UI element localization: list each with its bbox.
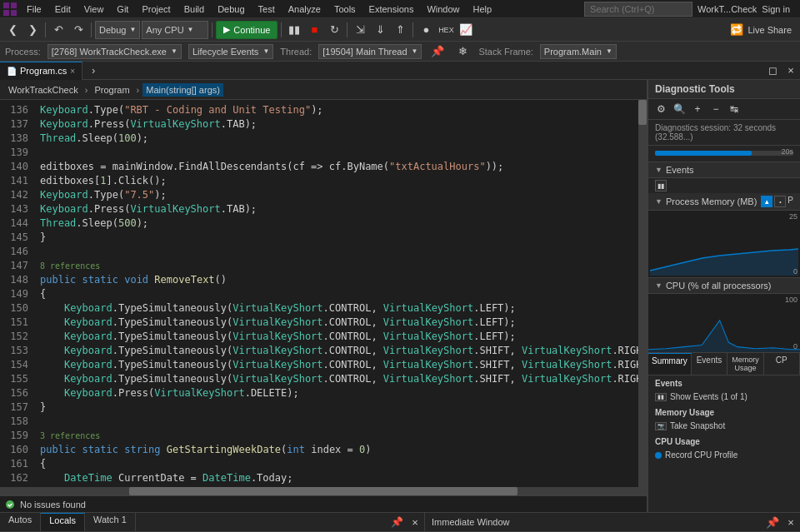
tab-watch1[interactable]: Watch 1 bbox=[85, 513, 136, 531]
menu-edit[interactable]: Edit bbox=[48, 2, 78, 16]
forward-button[interactable]: ❯ bbox=[23, 21, 42, 39]
main-content: WorkTrackCheck › Program › Main(string[]… bbox=[0, 80, 800, 512]
events-pause-icon[interactable]: ▮▮ bbox=[655, 180, 667, 191]
immediate-window-panel: Immediate Window 📌 × bbox=[425, 513, 800, 532]
menu-git[interactable]: Git bbox=[110, 2, 135, 16]
menu-view[interactable]: View bbox=[78, 2, 111, 16]
diag-zoom-out-button[interactable]: − bbox=[708, 102, 723, 117]
menu-window[interactable]: Window bbox=[420, 2, 466, 16]
events-section-header[interactable]: ▼ Events bbox=[648, 162, 800, 178]
diagnostic-summary: Events ▮▮ Show Events (1 of 1) Memory Us… bbox=[648, 375, 800, 470]
diag-tab-summary[interactable]: Summary bbox=[648, 353, 692, 375]
pause-button[interactable]: ▮▮ bbox=[285, 21, 303, 39]
diag-settings-button[interactable]: ⚙ bbox=[653, 102, 668, 117]
new-tab-button[interactable]: › bbox=[84, 62, 102, 80]
menu-build[interactable]: Build bbox=[178, 2, 211, 16]
svg-rect-2 bbox=[3, 10, 9, 16]
menu-help[interactable]: Help bbox=[467, 2, 499, 16]
global-search-input[interactable] bbox=[584, 2, 692, 17]
breakpoints-button[interactable]: ● bbox=[417, 21, 435, 39]
split-editor-button[interactable]: ◻ bbox=[763, 62, 782, 80]
process-label: Process: bbox=[5, 47, 41, 57]
code-area[interactable]: 136137138139 140141142143 144145146147 1… bbox=[0, 100, 638, 487]
thread-label: Thread: bbox=[280, 47, 312, 57]
show-events-item[interactable]: ▮▮ Show Events (1 of 1) bbox=[655, 390, 793, 403]
cpu-summary-title: CPU Usage bbox=[655, 437, 793, 446]
memory-chart-icon[interactable]: ▲ bbox=[761, 196, 772, 207]
app-logo-icon bbox=[3, 2, 17, 16]
live-share-icon[interactable]: 🔁 bbox=[728, 21, 746, 39]
editor-scrollbar-thumb[interactable] bbox=[638, 100, 647, 125]
take-snapshot-label: Take Snapshot bbox=[670, 421, 725, 430]
memory-section-header[interactable]: ▼ Process Memory (MB) ▲ • P bbox=[648, 193, 800, 211]
menu-extensions[interactable]: Extensions bbox=[362, 2, 421, 16]
pin-thread-button[interactable]: 📌 bbox=[428, 42, 447, 61]
step-out-button[interactable]: ⇑ bbox=[391, 21, 409, 39]
thread-dropdown[interactable]: [19504] Main Thread▼ bbox=[318, 44, 422, 59]
no-issues-icon bbox=[5, 500, 15, 510]
record-cpu-item[interactable]: Record CPU Profile bbox=[655, 449, 793, 461]
step-over-button[interactable]: ⇲ bbox=[351, 21, 369, 39]
freeze-thread-button[interactable]: ❄ bbox=[453, 42, 472, 61]
breadcrumb-program[interactable]: Program bbox=[91, 83, 132, 97]
platform-dropdown[interactable]: Any CPU▼ bbox=[142, 21, 208, 39]
process-dropdown[interactable]: [2768] WorkTrackCheck.exe▼ bbox=[48, 44, 182, 59]
stack-label: Stack Frame: bbox=[478, 47, 532, 57]
diagnostic-tools-panel: Diagnostic Tools ⚙ 🔍 + − ↹ Diagnostics s… bbox=[648, 80, 800, 512]
debug-mode-dropdown[interactable]: Debug▼ bbox=[95, 21, 140, 39]
diag-search-button[interactable]: 🔍 bbox=[672, 102, 687, 117]
menu-tools[interactable]: Tools bbox=[328, 2, 362, 16]
memory-options-icon[interactable]: • bbox=[774, 196, 786, 207]
editor-vertical-scrollbar[interactable] bbox=[638, 100, 647, 487]
locals-close-button[interactable]: × bbox=[406, 513, 424, 531]
immediate-close-button[interactable]: × bbox=[782, 513, 800, 531]
menu-test[interactable]: Test bbox=[252, 2, 282, 16]
process-bar: Process: [2768] WorkTrackCheck.exe▼ Life… bbox=[0, 42, 800, 62]
live-share-label[interactable]: Live Share bbox=[748, 25, 797, 35]
tab-close-button[interactable]: × bbox=[70, 67, 75, 76]
diag-tab-cpu[interactable]: CP bbox=[764, 353, 800, 375]
diag-tab-events[interactable]: Events bbox=[692, 353, 728, 375]
menu-analyze[interactable]: Analyze bbox=[282, 2, 328, 16]
diagnostic-timeline[interactable]: 20s bbox=[648, 146, 800, 162]
step-into-button[interactable]: ⇓ bbox=[371, 21, 389, 39]
diag-fit-button[interactable]: ↹ bbox=[727, 102, 742, 117]
menu-bar: File Edit View Git Project Build Debug T… bbox=[0, 0, 800, 18]
menu-file[interactable]: File bbox=[20, 2, 48, 16]
immediate-pin-button[interactable]: 📌 bbox=[763, 513, 782, 531]
tab-locals[interactable]: Locals bbox=[41, 513, 85, 531]
stack-frame-dropdown[interactable]: Program.Main▼ bbox=[540, 44, 617, 59]
tab-program-cs[interactable]: 📄 Program.cs × bbox=[0, 62, 82, 80]
tab-autos[interactable]: Autos bbox=[0, 513, 41, 531]
cpu-record-icon bbox=[655, 452, 662, 459]
breadcrumb-method[interactable]: Main(string[] args) bbox=[142, 83, 223, 97]
undo-button[interactable]: ↶ bbox=[49, 21, 68, 39]
back-button[interactable]: ❮ bbox=[3, 21, 22, 39]
diagnostics-button[interactable]: 📈 bbox=[457, 21, 475, 39]
diag-tab-memory-usage[interactable]: Memory Usage bbox=[728, 353, 763, 375]
code-text[interactable]: Keyboard.Type("RBT - Coding and Unit Tes… bbox=[33, 100, 638, 487]
app-title: WorkT...Check bbox=[698, 4, 757, 14]
take-snapshot-item[interactable]: 📷 Take Snapshot bbox=[655, 420, 793, 432]
menu-project[interactable]: Project bbox=[135, 2, 177, 16]
sign-in-link[interactable]: Sign in bbox=[762, 4, 790, 14]
hex-button[interactable]: HEX bbox=[437, 21, 455, 39]
memory-collapse-icon[interactable]: P bbox=[788, 196, 793, 207]
locals-pin-button[interactable]: 📌 bbox=[388, 513, 406, 531]
stop-button[interactable]: ■ bbox=[305, 21, 323, 39]
diagnostic-panel-title: Diagnostic Tools bbox=[648, 80, 800, 99]
continue-button[interactable]: ▶ Continue bbox=[216, 21, 278, 39]
breadcrumb-class[interactable]: WorkTrackCheck bbox=[5, 83, 82, 97]
no-issues-text: No issues found bbox=[20, 500, 86, 510]
toolbar-separator-6 bbox=[412, 22, 413, 37]
diag-zoom-in-button[interactable]: + bbox=[690, 102, 705, 117]
editor-hscroll-thumb[interactable] bbox=[129, 487, 518, 495]
restart-button[interactable]: ↻ bbox=[325, 21, 343, 39]
redo-button[interactable]: ↷ bbox=[69, 21, 88, 39]
close-panel-button[interactable]: × bbox=[782, 62, 800, 80]
events-row: ▮▮ bbox=[648, 178, 800, 193]
lifecycle-dropdown[interactable]: Lifecycle Events▼ bbox=[188, 44, 273, 59]
menu-debug[interactable]: Debug bbox=[211, 2, 251, 16]
cpu-section-header[interactable]: ▼ CPU (% of all processors) bbox=[648, 278, 800, 294]
editor-horizontal-scrollbar[interactable] bbox=[0, 487, 647, 495]
